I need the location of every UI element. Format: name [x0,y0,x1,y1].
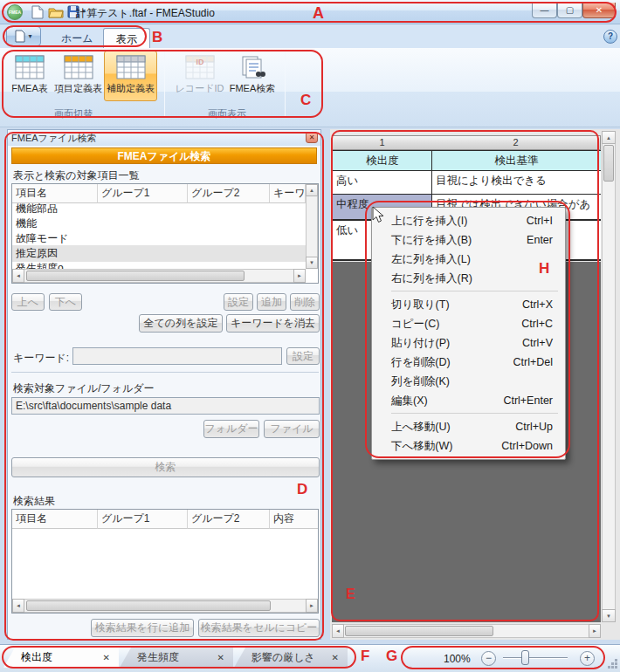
close-button[interactable]: ✕ [582,3,616,18]
scrollbar-thumb[interactable] [603,145,614,182]
move-up-button[interactable]: 上へ [11,293,45,311]
menu-item-shortcut: Ctrl+I [527,215,553,227]
search-results-label: 検索結果 [13,494,55,509]
search-target-label: 検索対象ファイル/フォルダー [13,381,155,396]
menu-item-cut[interactable]: 切り取り(T) Ctrl+X [372,295,565,314]
sheet-tab-detectability[interactable]: 検出度 ✕ [3,648,119,668]
search-path-input[interactable] [11,397,320,415]
ribbon-button-item-def[interactable]: 項目定義表 [53,51,103,101]
scroll-left-icon[interactable]: ◄ [12,599,24,613]
sheet-tab-label: 発生頻度 [137,650,179,665]
menu-item-paste[interactable]: 貼り付け(P) Ctrl+V [372,333,565,353]
menu-item-label: 上に行を挿入(I) [391,214,467,229]
sheet-column-header[interactable]: 2 [431,135,601,150]
column-header[interactable]: グループ1 [98,510,188,529]
list-item[interactable]: 発生頻度o [12,260,306,269]
app-logo-icon: FMEA [7,4,23,20]
tab-close-icon[interactable]: ✕ [320,653,339,662]
menu-item-move-down[interactable]: 下へ移動(W) Ctrl+Down [372,436,565,456]
scroll-left-icon[interactable]: ◄ [12,269,24,283]
ribbon-button-fmea-search[interactable]: FMEA検索 [225,51,279,101]
scrollbar-thumb[interactable] [26,271,245,281]
open-folder-icon[interactable] [48,5,64,18]
ribbon-group-label-switch: 画面切替 [54,107,93,120]
zoom-in-button[interactable]: + [580,651,595,666]
menu-item-shortcut: Ctrl+Enter [503,394,553,407]
sheet-tab-severity[interactable]: 影響の厳しさ ✕ [234,648,348,668]
menu-item-insert-row-above[interactable]: 上に行を挿入(I) Ctrl+I [372,211,565,230]
scroll-left-icon[interactable]: ◄ [332,624,344,638]
zoom-slider-thumb[interactable] [521,650,529,665]
scrollbar-thumb[interactable] [26,600,271,611]
ribbon-button-aux-def[interactable]: 補助定義表 [104,51,157,101]
scroll-down-icon[interactable]: ▼ [602,609,616,622]
scrollbar-thumb[interactable] [345,626,493,636]
maximize-button[interactable]: ▢ [557,3,582,18]
menu-item-delete-row[interactable]: 行を削除(D) Ctrl+Del [372,353,565,372]
menu-item-shortcut: Ctrl+V [522,337,553,349]
tab-close-icon[interactable]: ✕ [91,653,110,662]
scroll-right-icon[interactable]: ► [293,269,306,283]
status-bar: 検出度 ✕ 発生頻度 ✕ 影響の厳しさ ✕ 100% − + [0,644,620,672]
zoom-slider-track[interactable] [503,657,568,659]
sheet-cell[interactable]: 検出度 [332,150,432,171]
scroll-right-icon[interactable]: ► [306,599,318,613]
menu-item-label: 右に列を挿入(R) [391,271,472,286]
keyword-label: キーワード: [13,351,69,366]
pane-title: FMEAファイル検索 [11,133,97,143]
add-button[interactable]: 追加 [257,293,286,311]
keyword-set-button[interactable]: 設定 [286,347,320,365]
ribbon-body: FMEA表 項目定義表 補助定義表 画面切替 ID レコードID [0,48,620,127]
scroll-up-icon[interactable]: ▲ [306,184,318,196]
column-header[interactable]: 内容 [270,510,318,529]
scroll-right-icon[interactable]: ► [589,624,601,638]
move-down-button[interactable]: 下へ [49,293,82,311]
sheet-cell[interactable]: 高い [332,171,432,195]
new-file-icon[interactable] [31,5,44,19]
menu-item-label: 左に列を挿入(L) [391,252,471,267]
record-id-icon: ID [185,55,215,79]
copy-results-to-cell-button[interactable]: 検索結果をセルにコピー [198,619,320,637]
menu-item-copy[interactable]: コピー(C) Ctrl+C [372,314,565,333]
menu-item-move-up[interactable]: 上へ移動(U) Ctrl+Up [372,417,565,436]
ribbon-button-label: 補助定義表 [107,82,155,95]
scroll-down-icon[interactable]: ▼ [306,257,318,269]
menu-item-insert-row-below[interactable]: 下に行を挿入(B) Enter [372,230,565,250]
menu-item-insert-col-left[interactable]: 左に列を挿入(L) [372,250,565,269]
annotation-letter-f: F [361,648,369,665]
scroll-up-icon[interactable]: ▲ [602,131,616,144]
menu-item-delete-col[interactable]: 列を削除(K) [372,372,565,391]
sheet-cell[interactable]: 目視により検出できる [431,171,601,195]
tab-view[interactable]: 表示 [103,28,150,48]
sheet-column-header[interactable]: 1 [332,135,432,150]
fmea-file-search-pane: FMEAファイル検索 ✕ FMEAファイル検索 表示と検索の対象項目一覧 項目名… [7,129,321,640]
vertical-scrollbar[interactable] [602,131,616,622]
folder-button[interactable]: フォルダー [203,420,259,438]
delete-button[interactable]: 削除 [290,293,320,311]
help-icon[interactable]: ? [603,30,617,44]
sheet-tab-frequency[interactable]: 発生頻度 ✕ [120,648,233,668]
minimize-button[interactable]: — [532,3,557,18]
ribbon-button-record-id[interactable]: ID レコードID [175,51,224,101]
column-header[interactable]: 項目名 [12,510,98,529]
set-button[interactable]: 設定 [224,293,253,311]
menu-item-insert-col-right[interactable]: 右に列を挿入(R) [372,269,565,288]
search-button[interactable]: 検索 [11,457,320,477]
sheet-cell[interactable]: 検出基準 [431,150,601,171]
set-all-columns-button[interactable]: 全ての列を設定 [139,314,223,333]
column-header[interactable]: グループ2 [188,510,270,529]
menu-separator [391,291,558,291]
tab-close-icon[interactable]: ✕ [205,653,224,662]
zoom-out-button[interactable]: − [481,651,496,666]
clear-keywords-button[interactable]: キーワードを消去 [226,314,320,333]
pane-close-icon[interactable]: ✕ [306,132,318,143]
file-button[interactable]: ファイル [264,420,320,438]
ribbon-button-fmea-table[interactable]: FMEA表 [7,51,52,101]
tab-home[interactable]: ホーム [49,28,106,48]
keyword-input[interactable] [72,347,282,365]
search-results-table: 項目名 グループ1 グループ2 内容 ◄ ► [11,509,319,614]
menu-item-edit[interactable]: 編集(X) Ctrl+Enter [372,391,565,410]
application-menu-button[interactable]: ▾ [6,26,41,46]
add-results-to-row-button[interactable]: 検索結果を行に追加 [91,619,194,637]
context-menu: 上に行を挿入(I) Ctrl+I 下に行を挿入(B) Enter 左に列を挿入(… [371,207,566,460]
